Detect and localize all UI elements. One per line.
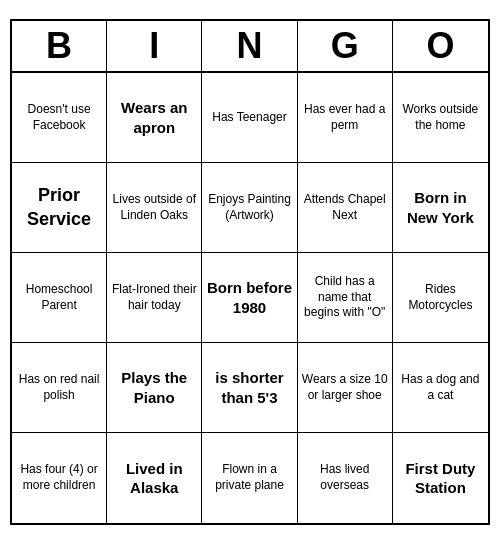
bingo-letter-i: I: [107, 21, 202, 71]
bingo-cell-17: is shorter than 5'3: [202, 343, 297, 433]
bingo-cell-13: Child has a name that begins with "O": [298, 253, 393, 343]
bingo-cell-5: Prior Service: [12, 163, 107, 253]
bingo-cell-16: Plays the Piano: [107, 343, 202, 433]
bingo-cell-7: Enjoys Painting (Artwork): [202, 163, 297, 253]
bingo-letter-g: G: [298, 21, 393, 71]
bingo-cell-2: Has Teenager: [202, 73, 297, 163]
bingo-cell-1: Wears an apron: [107, 73, 202, 163]
bingo-cell-15: Has on red nail polish: [12, 343, 107, 433]
bingo-cell-10: Homeschool Parent: [12, 253, 107, 343]
bingo-cell-14: Rides Motorcycles: [393, 253, 488, 343]
bingo-cell-8: Attends Chapel Next: [298, 163, 393, 253]
bingo-card: BINGO Doesn't use FacebookWears an apron…: [10, 19, 490, 525]
bingo-letter-n: N: [202, 21, 297, 71]
bingo-letter-b: B: [12, 21, 107, 71]
bingo-grid: Doesn't use FacebookWears an apronHas Te…: [12, 73, 488, 523]
bingo-cell-20: Has four (4) or more children: [12, 433, 107, 523]
bingo-cell-0: Doesn't use Facebook: [12, 73, 107, 163]
bingo-cell-21: Lived in Alaska: [107, 433, 202, 523]
bingo-cell-3: Has ever had a perm: [298, 73, 393, 163]
bingo-cell-9: Born in New York: [393, 163, 488, 253]
bingo-cell-18: Wears a size 10 or larger shoe: [298, 343, 393, 433]
bingo-cell-19: Has a dog and a cat: [393, 343, 488, 433]
bingo-cell-24: First Duty Station: [393, 433, 488, 523]
bingo-cell-12: Born before 1980: [202, 253, 297, 343]
bingo-cell-4: Works outside the home: [393, 73, 488, 163]
bingo-cell-22: Flown in a private plane: [202, 433, 297, 523]
bingo-cell-23: Has lived overseas: [298, 433, 393, 523]
bingo-cell-11: Flat-Ironed their hair today: [107, 253, 202, 343]
bingo-cell-6: Lives outside of Linden Oaks: [107, 163, 202, 253]
bingo-header: BINGO: [12, 21, 488, 73]
bingo-letter-o: O: [393, 21, 488, 71]
